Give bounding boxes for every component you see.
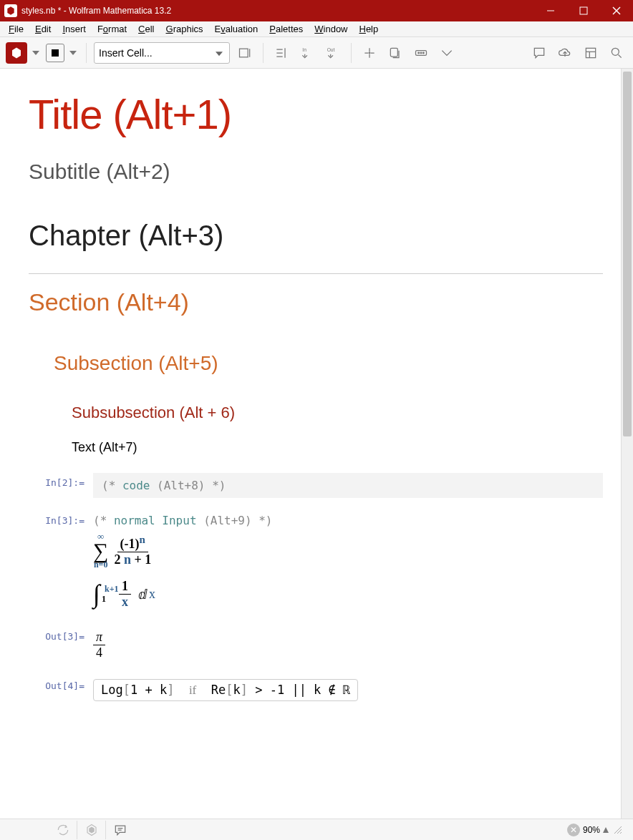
section-rule (29, 273, 603, 274)
subtitle-cell[interactable]: Subtitle (Alt+2) (29, 160, 589, 184)
chat-button[interactable] (528, 42, 550, 64)
sum-symbol: ∑ (93, 541, 108, 560)
svg-marker-6 (32, 51, 39, 55)
iconize-button[interactable] (359, 42, 380, 64)
status-bar: ✕ 90% (0, 819, 633, 840)
notebook[interactable]: Title (Alt+1) Subtitle (Alt+2) Chapter (… (0, 69, 621, 819)
insert-cell-dropdown[interactable]: Insert Cell... (94, 42, 230, 64)
svg-point-11 (369, 52, 370, 54)
text-cell[interactable]: Text (Alt+7) (72, 440, 589, 455)
status-close-icon[interactable]: ✕ (567, 824, 580, 836)
kernel-status-icon[interactable] (77, 821, 106, 839)
menu-palettes[interactable]: Palettes (264, 24, 309, 34)
menu-graphics[interactable]: Graphics (160, 24, 209, 34)
cell-style-button[interactable] (234, 42, 256, 64)
subsection-cell[interactable]: Subsection (Alt+5) (54, 352, 589, 375)
copy-as-button[interactable] (385, 42, 406, 64)
menu-bar: File Edit Insert Format Cell Graphics Ev… (0, 21, 633, 37)
abort-dropdown[interactable] (67, 51, 79, 55)
input-cell[interactable]: (* normal Input (Alt+9) *) ∞ ∑ n=0 (-1)n… (93, 511, 603, 612)
vertical-scrollbar[interactable] (621, 69, 633, 819)
subsubsection-cell[interactable]: Subsubsection (Alt + 6) (72, 404, 589, 422)
convert-in-button[interactable]: In (296, 42, 318, 64)
minimize-button[interactable] (534, 0, 567, 21)
window-title: styles.nb * - Wolfram Mathematica 13.2 (21, 6, 534, 16)
scroll-thumb[interactable] (623, 72, 632, 436)
out3-cell[interactable]: π 4 (93, 627, 603, 663)
svg-marker-20 (89, 826, 95, 833)
app-icon (4, 4, 17, 17)
abort-button[interactable] (46, 44, 64, 62)
svg-marker-5 (12, 47, 21, 58)
menu-insert[interactable]: Insert (57, 24, 92, 34)
svg-marker-7 (69, 51, 77, 55)
svg-rect-17 (586, 48, 595, 57)
search-button[interactable] (606, 42, 627, 64)
svg-point-18 (612, 48, 619, 55)
update-icon[interactable] (49, 821, 77, 839)
out4-label: Out[4]= (29, 676, 93, 691)
svg-rect-2 (580, 7, 587, 14)
maximize-button[interactable] (567, 0, 600, 21)
more-button[interactable] (410, 42, 432, 64)
svg-rect-8 (240, 49, 248, 57)
menu-file[interactable]: File (3, 24, 29, 34)
section-cell[interactable]: Section (Alt+4) (29, 288, 589, 316)
title-bar: styles.nb * - Wolfram Mathematica 13.2 (0, 0, 633, 21)
messages-icon[interactable] (106, 821, 135, 839)
close-button[interactable] (600, 0, 633, 21)
menu-evaluation[interactable]: Evaluation (209, 24, 264, 34)
collapse-button[interactable] (436, 42, 458, 64)
menu-edit[interactable]: Edit (29, 24, 57, 34)
menu-format[interactable]: Format (92, 24, 132, 34)
svg-point-16 (423, 52, 425, 54)
integral-symbol: ∫ (93, 585, 100, 603)
convert-out-button[interactable]: Out (322, 42, 344, 64)
menu-cell[interactable]: Cell (132, 24, 160, 34)
title-cell[interactable]: Title (Alt+1) (29, 90, 589, 138)
svg-rect-12 (390, 48, 397, 57)
svg-text:Out: Out (327, 47, 335, 52)
zoom-up-icon[interactable] (603, 827, 609, 833)
in2-label: In[2]:= (29, 473, 93, 488)
svg-marker-0 (7, 6, 14, 15)
menu-window[interactable]: Window (309, 24, 353, 34)
kernel-dropdown[interactable] (30, 51, 42, 55)
resize-grip-icon[interactable] (614, 826, 622, 834)
svg-marker-21 (603, 827, 609, 833)
extend-selection-button[interactable] (271, 42, 292, 64)
code-cell[interactable]: (* code (Alt+8) *) (93, 473, 603, 498)
menu-help[interactable]: Help (354, 24, 385, 34)
kernel-button[interactable] (6, 42, 27, 64)
in3-label: In[3]:= (29, 511, 93, 526)
svg-text:In: In (302, 47, 306, 52)
svg-point-15 (420, 52, 422, 54)
zoom-level[interactable]: 90% (583, 825, 600, 835)
toolbar: Insert Cell... In Out (0, 37, 633, 69)
out4-cell[interactable]: Log[1 + k] if Re[k] > -1 || k ∉ ℝ (93, 676, 603, 704)
svg-point-14 (418, 52, 420, 54)
out3-label: Out[3]= (29, 627, 93, 642)
chapter-cell[interactable]: Chapter (Alt+3) (29, 220, 589, 252)
doc-center-button[interactable] (580, 42, 601, 64)
cloud-button[interactable] (554, 42, 576, 64)
